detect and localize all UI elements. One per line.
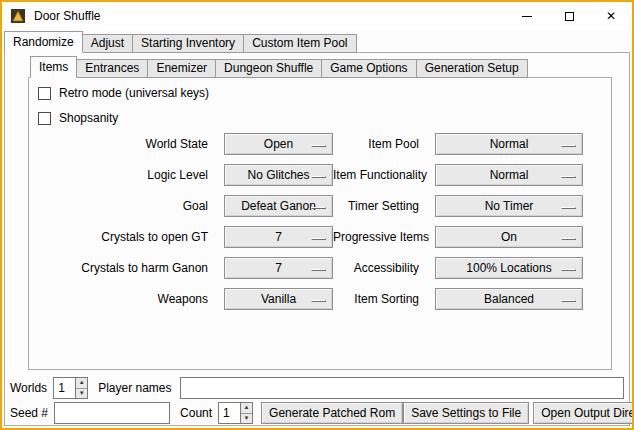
close-icon: ✕ [606,10,616,22]
timer-setting-dropdown[interactable]: No Timer [435,195,583,217]
tab-enemizer[interactable]: Enemizer [147,59,216,78]
retro-mode-row: Retro mode (universal keys) [38,85,209,101]
item-sorting-dropdown[interactable]: Balanced [435,288,583,310]
worlds-label: Worlds [10,381,47,395]
weapons-label: Weapons [10,292,216,306]
item-pool-dropdown[interactable]: Normal [435,133,583,155]
crystals-ganon-label: Crystals to harm Ganon [10,261,216,275]
seed-input[interactable] [54,402,170,424]
weapons-dropdown[interactable]: Vanilla [224,288,333,310]
spin-down-icon[interactable]: ▼ [241,414,252,424]
dropdown-indicator-icon [311,269,326,271]
item-functionality-label: Item Functionality [333,168,427,182]
world-state-label: World State [10,137,216,151]
player-names-input[interactable] [180,377,625,399]
world-state-dropdown[interactable]: Open [224,133,333,155]
item-sorting-label: Item Sorting [333,292,427,306]
settings-row: Goal Defeat Ganon Timer Setting No Timer [10,195,583,217]
spin-up-icon[interactable]: ▲ [241,403,252,414]
goal-value: Defeat Ganon [241,199,316,213]
app-window: Door Shuffle ✕ Randomize Adjust Starting… [0,0,634,430]
crystals-gt-dropdown[interactable]: 7 [224,226,333,248]
player-names-label: Player names [98,381,171,395]
worlds-row: Worlds ▲ ▼ Player names [10,377,624,399]
dropdown-indicator-icon [561,238,576,240]
dropdown-indicator-icon [311,176,326,178]
shopsanity-checkbox[interactable] [38,112,51,125]
settings-row: World State Open Item Pool Normal [10,133,583,155]
settings-row: Logic Level No Glitches Item Functionali… [10,164,583,186]
app-icon [10,8,26,24]
dropdown-indicator-icon [311,238,326,240]
progressive-items-value: On [501,230,517,244]
settings-row: Crystals to open GT 7 Progressive Items … [10,226,583,248]
dropdown-indicator-icon [561,145,576,147]
save-settings-button[interactable]: Save Settings to File [403,402,529,424]
item-pool-label: Item Pool [333,137,427,151]
maximize-icon [565,12,574,21]
worlds-input[interactable] [53,377,75,399]
retro-mode-checkbox[interactable] [38,87,51,100]
logic-level-dropdown[interactable]: No Glitches [224,164,333,186]
accessibility-value: 100% Locations [466,261,551,275]
tab-adjust[interactable]: Adjust [82,34,133,53]
window-controls: ✕ [506,2,632,30]
crystals-ganon-value: 7 [275,261,282,275]
close-button[interactable]: ✕ [590,2,632,30]
shopsanity-row: Shopsanity [38,110,118,126]
dropdown-indicator-icon [311,300,326,302]
item-sorting-value: Balanced [484,292,534,306]
dropdown-indicator-icon [561,176,576,178]
dropdown-indicator-icon [561,207,576,209]
generate-patched-rom-button[interactable]: Generate Patched Rom [261,402,403,424]
dropdown-indicator-icon [311,145,326,147]
dropdown-indicator-icon [561,269,576,271]
tab-game-options[interactable]: Game Options [321,59,416,78]
goal-dropdown[interactable]: Defeat Ganon [224,195,333,217]
world-state-value: Open [264,137,293,151]
crystals-gt-value: 7 [275,230,282,244]
spin-down-icon[interactable]: ▼ [76,389,87,399]
settings-tab-bar: Items Entrances Enemizer Dungeon Shuffle… [30,56,528,78]
tab-dungeon-shuffle[interactable]: Dungeon Shuffle [215,59,322,78]
dropdown-indicator-icon [311,207,326,209]
count-label: Count [180,406,212,420]
worlds-spinbox: ▲ ▼ [53,377,88,399]
timer-setting-label: Timer Setting [333,199,427,213]
open-output-directory-button[interactable]: Open Output Directory [533,402,634,424]
count-spin-buttons: ▲ ▼ [240,402,253,424]
retro-mode-label: Retro mode (universal keys) [59,86,209,100]
progressive-items-label: Progressive Items [333,230,427,244]
tab-randomize[interactable]: Randomize [4,31,83,53]
timer-setting-value: No Timer [485,199,534,213]
tab-items[interactable]: Items [30,56,77,78]
goal-label: Goal [10,199,216,213]
accessibility-label: Accessibility [333,261,427,275]
seed-label: Seed # [10,406,48,420]
main-tab-bar: Randomize Adjust Starting Inventory Cust… [4,31,357,53]
seed-row: Seed # Count ▲ ▼ Generate Patched Rom Sa… [10,402,624,424]
worlds-spin-buttons: ▲ ▼ [75,377,88,399]
dropdown-indicator-icon [561,300,576,302]
tab-entrances[interactable]: Entrances [76,59,148,78]
window-title: Door Shuffle [34,9,101,23]
count-spinbox: ▲ ▼ [218,402,253,424]
spin-up-icon[interactable]: ▲ [76,378,87,389]
tab-custom-item-pool[interactable]: Custom Item Pool [243,34,356,53]
shopsanity-label: Shopsanity [59,111,118,125]
settings-row: Crystals to harm Ganon 7 Accessibility 1… [10,257,583,279]
accessibility-dropdown[interactable]: 100% Locations [435,257,583,279]
progressive-items-dropdown[interactable]: On [435,226,583,248]
tab-starting-inventory[interactable]: Starting Inventory [132,34,244,53]
minimize-button[interactable] [506,2,548,30]
maximize-button[interactable] [548,2,590,30]
count-input[interactable] [218,402,240,424]
crystals-ganon-dropdown[interactable]: 7 [224,257,333,279]
minimize-icon [522,16,532,17]
logic-level-value: No Glitches [247,168,309,182]
item-functionality-dropdown[interactable]: Normal [435,164,583,186]
tab-generation-setup[interactable]: Generation Setup [416,59,528,78]
item-pool-value: Normal [490,137,529,151]
crystals-gt-label: Crystals to open GT [10,230,216,244]
weapons-value: Vanilla [261,292,296,306]
